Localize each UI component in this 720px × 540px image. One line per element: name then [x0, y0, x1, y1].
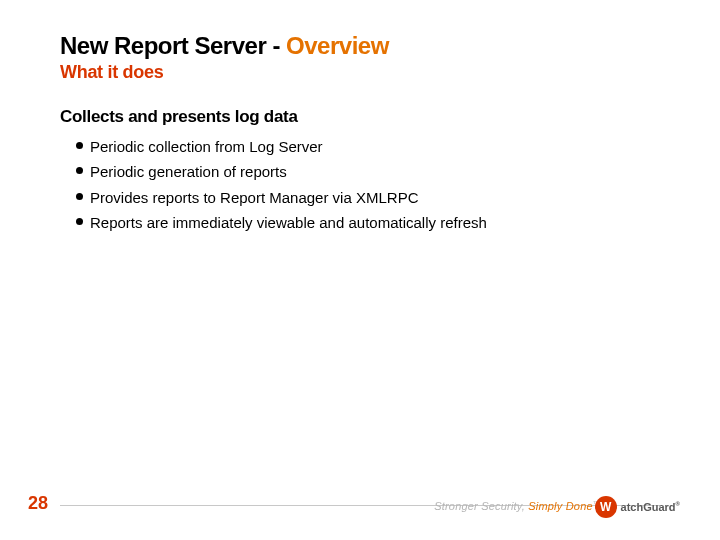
tagline-orange: Simply Done [528, 500, 593, 512]
tagline-prefix: Stronger Security, [434, 500, 528, 512]
slide: New Report Server - Overview What it doe… [0, 0, 720, 540]
title-part-orange: Overview [286, 32, 389, 59]
section-heading: Collects and presents log data [60, 107, 680, 127]
title-part-black: New Report Server - [60, 32, 286, 59]
list-item: Reports are immediately viewable and aut… [90, 211, 680, 234]
list-item: Periodic generation of reports [90, 160, 680, 183]
brand-logo: W atchGuard® [595, 496, 680, 518]
bullet-list: Periodic collection from Log Server Peri… [60, 135, 680, 234]
list-item: Provides reports to Report Manager via X… [90, 186, 680, 209]
slide-title: New Report Server - Overview [60, 32, 720, 60]
registered-icon: ® [676, 501, 680, 507]
logo-text: atchGuard® [621, 501, 680, 513]
tagline: Stronger Security, Simply Done™ [434, 500, 600, 512]
slide-content: Collects and presents log data Periodic … [0, 83, 720, 234]
slide-footer: 28 Stronger Security, Simply Done™ W atc… [0, 505, 720, 516]
page-number: 28 [28, 493, 48, 514]
list-item: Periodic collection from Log Server [90, 135, 680, 158]
slide-subtitle: What it does [60, 62, 720, 83]
logo-name-text: atchGuard [621, 501, 676, 513]
slide-header: New Report Server - Overview What it doe… [0, 0, 720, 83]
logo-icon: W [595, 496, 617, 518]
